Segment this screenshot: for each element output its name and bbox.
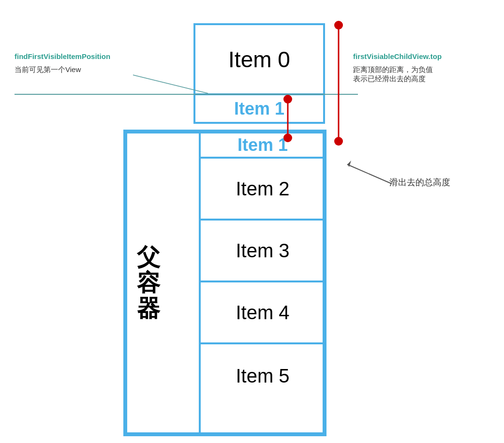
inner-item-5: Item 5 bbox=[201, 344, 325, 407]
list-item-1-partial: Item 1 bbox=[195, 95, 323, 122]
inner-item-4: Item 4 bbox=[201, 282, 325, 344]
find-first-visible-label: findFirstVisibleItemPosition bbox=[15, 52, 110, 60]
svg-point-3 bbox=[334, 137, 343, 146]
svg-marker-8 bbox=[347, 161, 351, 167]
total-scrolled-height-label: 滑出去的总高度 bbox=[389, 177, 450, 188]
inner-item-3: Item 3 bbox=[201, 221, 325, 282]
top-list: Item 0 Item 1 bbox=[193, 23, 325, 124]
svg-point-2 bbox=[334, 21, 343, 30]
parent-container: 父 容 器 Item 1 Item 2 Item 3 Item 4 bbox=[123, 130, 326, 436]
parent-label: 父 容 器 bbox=[137, 245, 160, 321]
inner-list: Item 1 Item 2 Item 3 Item 4 Item 5 bbox=[199, 133, 326, 432]
svg-line-7 bbox=[347, 164, 392, 184]
list-item-0: Item 0 bbox=[195, 25, 323, 95]
current-visible-first-view-label: 当前可见第一个View bbox=[15, 65, 81, 74]
inner-item-1-partial: Item 1 bbox=[201, 133, 325, 159]
inner-item-2: Item 2 bbox=[201, 159, 325, 221]
diagram: Item 0 Item 1 父 容 器 Item 1 Item 2 Item 3 bbox=[0, 0, 504, 443]
distance-from-top-label: 距离顶部的距离，为负值 表示已经滑出去的高度 bbox=[353, 65, 433, 84]
first-visible-child-view-top-label: firstVisiableChildView.top bbox=[353, 52, 442, 60]
